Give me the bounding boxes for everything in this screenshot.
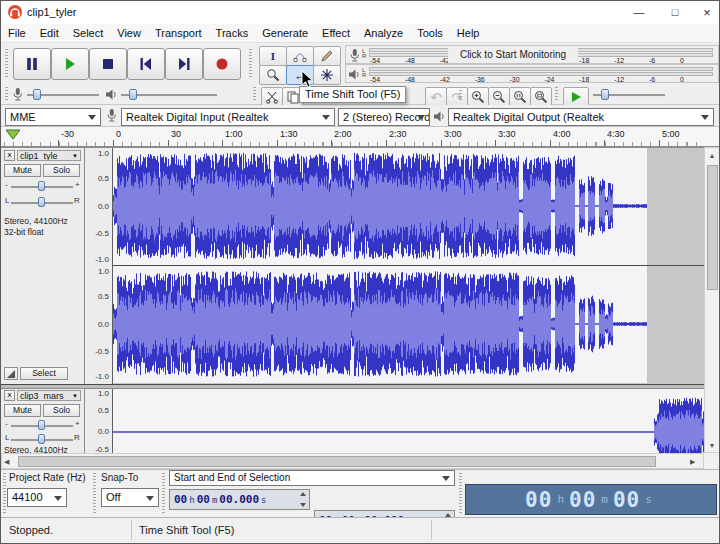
zoom-tool-button[interactable] <box>259 65 287 85</box>
draw-tool-button[interactable] <box>313 46 341 66</box>
selection-mode-grip[interactable] <box>162 473 165 513</box>
selection-grip[interactable] <box>3 473 6 513</box>
track2-solo-button[interactable]: Solo <box>43 404 80 417</box>
menu-analyze[interactable]: Analyze <box>357 24 410 42</box>
horizontal-scrollbar[interactable]: ◀ ▶ <box>1 453 704 469</box>
scale-label: 1.0 <box>83 267 109 276</box>
track2-pan-thumb[interactable] <box>38 434 45 444</box>
microphone-icon <box>348 48 361 63</box>
ruler-label: 2:30 <box>389 129 407 139</box>
edit-grip[interactable] <box>253 87 256 102</box>
track1-solo-button[interactable]: Solo <box>43 164 80 177</box>
play-speed-grip[interactable] <box>555 87 558 102</box>
scroll-right-icon[interactable]: ▶ <box>690 458 695 466</box>
fit-selection-icon <box>513 90 527 104</box>
menu-select[interactable]: Select <box>66 24 111 42</box>
vertical-scroll-thumb[interactable] <box>707 165 718 290</box>
zoom-in-button[interactable] <box>467 87 489 107</box>
menu-transport[interactable]: Transport <box>148 24 209 42</box>
zoom-out-button[interactable] <box>488 87 510 107</box>
menu-help[interactable]: Help <box>450 24 487 42</box>
scroll-down-icon[interactable]: ▼ <box>705 442 719 449</box>
selection-start-field[interactable]: 00h00m00.000s <box>169 489 310 510</box>
menu-generate[interactable]: Generate <box>255 24 315 42</box>
waveform-canvas-track2-ch1[interactable] <box>113 389 704 453</box>
scale-label: 0.0 <box>83 202 109 211</box>
track1-gain-thumb[interactable] <box>38 181 45 191</box>
play-head-pin-icon[interactable] <box>5 129 21 140</box>
scroll-left-icon[interactable]: ◀ <box>4 458 9 466</box>
dropdown-icon: ▼ <box>72 151 78 160</box>
skip-to-end-button[interactable] <box>165 48 203 80</box>
close-button[interactable]: × <box>695 1 719 24</box>
monitor-prompt[interactable]: Click to Start Monitoring <box>448 47 578 63</box>
cut-button[interactable] <box>261 87 283 107</box>
vertical-scrollbar[interactable]: ▲ ▼ <box>704 147 720 453</box>
horizontal-scroll-thumb[interactable] <box>18 456 656 467</box>
track2-close-button[interactable]: × <box>4 390 15 401</box>
playback-device-select[interactable]: Realtek Digital Output (Realtek <box>448 108 714 126</box>
undo-button[interactable]: ↶ <box>425 87 447 107</box>
playback-meter[interactable]: L R -54-48-42-36-30-24-18-12-60 <box>345 64 719 83</box>
ruler-label: 30 <box>171 129 181 139</box>
recording-device-select[interactable]: Realtek Digital Input (Realtek <box>121 108 335 126</box>
scroll-up-icon[interactable]: ▲ <box>705 152 719 159</box>
zoom-grip[interactable] <box>459 87 462 102</box>
fit-selection-button[interactable] <box>509 87 531 107</box>
track2-gain-thumb[interactable] <box>38 420 45 430</box>
tools-grip[interactable] <box>249 49 252 77</box>
playback-volume-thumb[interactable] <box>129 89 137 100</box>
pan-left-label: L <box>5 196 9 205</box>
recording-channels-select[interactable]: 2 (Stereo) Recording Cha <box>338 108 430 126</box>
recording-meter[interactable]: L R -54-48-42-36-30-24-18-12-60 Click to… <box>345 45 719 64</box>
track1-pan-thumb[interactable] <box>38 197 45 207</box>
pan-right-label: R <box>74 433 80 442</box>
menu-file[interactable]: File <box>1 24 33 42</box>
window-title: clip1_tyler <box>27 6 77 18</box>
copy-icon <box>286 90 300 104</box>
play-at-speed-button[interactable] <box>563 87 589 107</box>
menu-effect[interactable]: Effect <box>315 24 357 42</box>
track1-name-menu[interactable]: clip1_tyle ▼ <box>17 150 81 161</box>
snap-to-select[interactable]: Off <box>101 488 159 507</box>
time-spinner[interactable] <box>299 492 307 507</box>
meter-bar-left <box>369 67 713 71</box>
pause-button[interactable] <box>13 48 51 80</box>
play-speed-thumb[interactable] <box>601 89 609 100</box>
position-grip[interactable] <box>459 473 462 513</box>
menu-tools[interactable]: Tools <box>410 24 450 42</box>
menu-view[interactable]: View <box>110 24 148 42</box>
track2-name-menu[interactable]: clip3_mars ▼ <box>17 390 81 401</box>
waveform-canvas-track1-ch1[interactable] <box>113 148 704 265</box>
play-button[interactable] <box>51 48 89 80</box>
menu-tracks[interactable]: Tracks <box>209 24 256 42</box>
track1-mute-button[interactable]: Mute <box>4 164 41 177</box>
record-volume-thumb[interactable] <box>33 89 41 100</box>
stop-button[interactable] <box>89 48 127 80</box>
ruler-minor-ticks <box>4 142 704 146</box>
snap-to-label: Snap-To <box>101 472 138 483</box>
minimize-button[interactable]: — <box>623 1 655 24</box>
track1-collapse-button[interactable] <box>4 367 18 380</box>
mixer-grip[interactable] <box>5 87 8 102</box>
multi-tool-button[interactable] <box>313 65 341 85</box>
selection-tool-button[interactable]: I <box>259 46 287 66</box>
skip-to-start-button[interactable] <box>127 48 165 80</box>
maximize-button[interactable]: □ <box>659 1 691 24</box>
audio-host-select[interactable]: MME <box>5 108 101 126</box>
redo-button[interactable]: ↷ <box>446 87 468 107</box>
selection-mode-select[interactable]: Start and End of Selection <box>169 470 455 486</box>
track1-close-button[interactable]: × <box>4 150 15 161</box>
track2-mute-button[interactable]: Mute <box>4 404 41 417</box>
ibeam-icon: I <box>271 50 275 62</box>
record-button[interactable] <box>203 48 241 80</box>
audio-position-display[interactable]: 00h00m00s <box>465 484 717 515</box>
envelope-tool-button[interactable] <box>286 46 314 66</box>
menu-edit[interactable]: Edit <box>33 24 66 42</box>
snap-grip[interactable] <box>93 473 96 513</box>
transport-grip[interactable] <box>5 49 8 77</box>
waveform-canvas-track1-ch2[interactable] <box>113 266 704 383</box>
track1-select-button[interactable]: Select <box>20 367 68 380</box>
project-rate-select[interactable]: 44100 <box>7 488 67 507</box>
fit-project-button[interactable] <box>530 87 552 107</box>
